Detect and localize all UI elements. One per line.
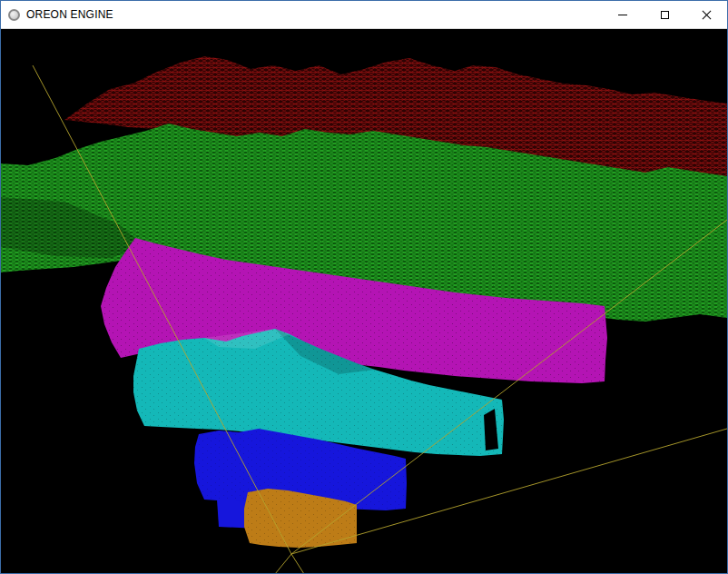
minimize-button[interactable] [602, 1, 644, 28]
window-close-icon [702, 10, 712, 20]
app-window: OREON ENGINE [0, 0, 728, 574]
window-minimize-icon [618, 15, 627, 15]
app-icon[interactable] [8, 9, 20, 21]
window-title: OREON ENGINE [26, 8, 113, 21]
render-viewport[interactable] [1, 29, 727, 574]
window-controls [602, 1, 727, 28]
titlebar[interactable]: OREON ENGINE [1, 1, 727, 29]
window-maximize-icon [661, 11, 669, 19]
maximize-button[interactable] [644, 1, 685, 28]
terrain-scene [1, 29, 727, 574]
close-button[interactable] [685, 1, 727, 28]
